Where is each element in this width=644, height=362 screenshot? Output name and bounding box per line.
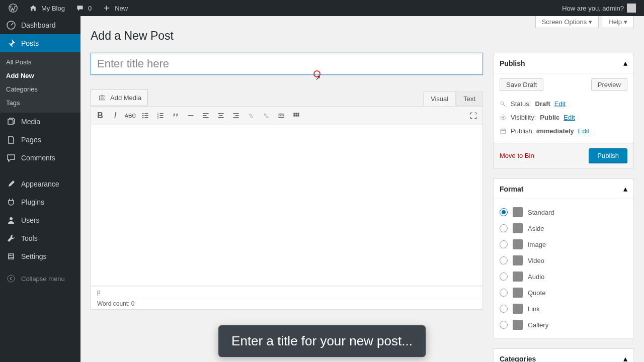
format-heading[interactable]: Format ▴ [494,179,633,199]
italic-button[interactable]: I [108,109,122,123]
radio-icon [500,224,508,232]
sidebar-item-label: Comments [21,154,55,162]
toolbar-toggle-button[interactable] [289,109,303,123]
svg-rect-44 [501,129,506,133]
home-icon [28,3,38,13]
svg-rect-36 [293,113,295,114]
media-icon [6,117,16,127]
site-link[interactable]: My Blog [24,0,69,16]
strikethrough-button[interactable]: ABC [123,109,137,123]
sidebar-item-media[interactable]: Media [0,113,80,131]
format-type-icon [513,288,523,298]
categories-heading[interactable]: Categories ▴ [494,349,633,362]
publish-heading[interactable]: Publish ▴ [494,53,633,73]
unlink-button[interactable] [259,109,273,123]
calendar-icon [500,128,507,135]
sidebar-item-users[interactable]: Users [0,211,80,229]
svg-point-8 [8,275,15,282]
save-draft-button[interactable]: Save Draft [500,78,543,91]
numbered-list-button[interactable]: 123 [153,109,168,123]
sidebar-item-settings[interactable]: Settings [0,247,80,265]
sidebar-item-posts[interactable]: Posts [0,34,80,52]
edit-visibility-link[interactable]: Edit [564,114,575,121]
sidebar-item-label: Users [21,216,40,224]
format-metabox: Format ▴ StandardAsideImageVideoAudioQuo… [493,178,634,338]
sidebar-item-label: Media [21,118,40,126]
main-content: Screen Options ▾ Help ▾ Add a New Post A… [80,16,644,362]
help-button[interactable]: Help ▾ [602,16,634,28]
screen-options-button[interactable]: Screen Options ▾ [535,16,599,28]
format-type-icon [513,207,523,217]
categories-metabox: Categories ▴ All Categories Most Used [493,348,634,362]
tab-text[interactable]: Text [456,92,483,106]
instruction-tooltip: Enter a title for your new post... [218,325,426,357]
svg-point-11 [142,113,143,114]
comments-link[interactable]: 0 [71,0,96,16]
wp-logo[interactable] [4,0,22,16]
move-to-bin-link[interactable]: Move to Bin [500,152,534,159]
format-option-link[interactable]: Link [500,301,627,317]
format-option-gallery[interactable]: Gallery [500,317,627,333]
wrench-icon [6,233,16,243]
sidebar-item-dashboard[interactable]: Dashboard [0,16,80,34]
tab-visual[interactable]: Visual [423,92,456,106]
svg-rect-39 [293,115,295,116]
align-center-button[interactable] [214,109,228,123]
bullet-list-button[interactable] [138,109,152,123]
user-greeting[interactable]: How are you, admin? [558,0,640,16]
sidebar-item-appearance[interactable]: Appearance [0,175,80,193]
format-type-icon [513,255,523,265]
svg-point-10 [101,97,104,99]
new-link[interactable]: New [98,0,132,16]
collapse-menu[interactable]: Collapse menu [0,269,80,288]
chevron-down-icon: ▾ [589,18,592,26]
site-name: My Blog [41,5,65,12]
sidebar-item-label: Dashboard [21,21,56,29]
format-option-image[interactable]: Image [500,236,627,252]
sidebar-item-pages[interactable]: Pages [0,131,80,149]
link-button[interactable] [244,109,258,123]
pin-icon [6,38,16,48]
camera-icon [97,93,107,103]
format-option-video[interactable]: Video [500,252,627,268]
sidebar-sub-categories[interactable]: Categories [0,82,80,96]
format-option-aside[interactable]: Aside [500,220,627,236]
sidebar-item-label: Pages [21,136,41,144]
hr-button[interactable] [184,109,198,123]
sidebar-sub-add-new[interactable]: Add New [0,69,80,82]
add-media-button[interactable]: Add Media [91,89,148,106]
eye-icon [500,114,507,121]
align-right-button[interactable] [229,109,243,123]
sidebar-item-plugins[interactable]: Plugins [0,193,80,211]
plug-icon [6,197,16,207]
quote-button[interactable] [169,109,183,123]
wordpress-icon [8,3,18,13]
editor-content[interactable] [91,125,483,286]
chevron-up-icon: ▴ [623,58,627,68]
format-option-quote[interactable]: Quote [500,285,627,301]
more-button[interactable] [274,109,288,123]
sidebar-item-comments[interactable]: Comments [0,149,80,167]
preview-button[interactable]: Preview [591,78,627,91]
svg-point-0 [9,4,17,12]
format-option-audio[interactable]: Audio [500,268,627,285]
publish-button[interactable]: Publish [589,148,627,163]
align-left-button[interactable] [199,109,213,123]
fullscreen-button[interactable] [466,109,480,123]
sidebar-sub-tags[interactable]: Tags [0,96,80,110]
edit-status-link[interactable]: Edit [554,100,566,108]
post-title-input[interactable] [91,53,483,75]
bold-button[interactable]: B [93,109,107,123]
radio-icon [500,240,508,248]
comment-icon [75,3,85,13]
comment-icon [6,153,16,163]
sidebar-sub-all-posts[interactable]: All Posts [0,55,80,69]
sidebar-item-tools[interactable]: Tools [0,229,80,247]
edit-schedule-link[interactable]: Edit [578,127,589,135]
svg-text:3: 3 [157,117,159,120]
avatar [627,4,636,13]
gear-icon [6,251,16,261]
format-option-standard[interactable]: Standard [500,204,627,220]
svg-rect-38 [297,113,299,114]
svg-rect-3 [9,254,14,259]
